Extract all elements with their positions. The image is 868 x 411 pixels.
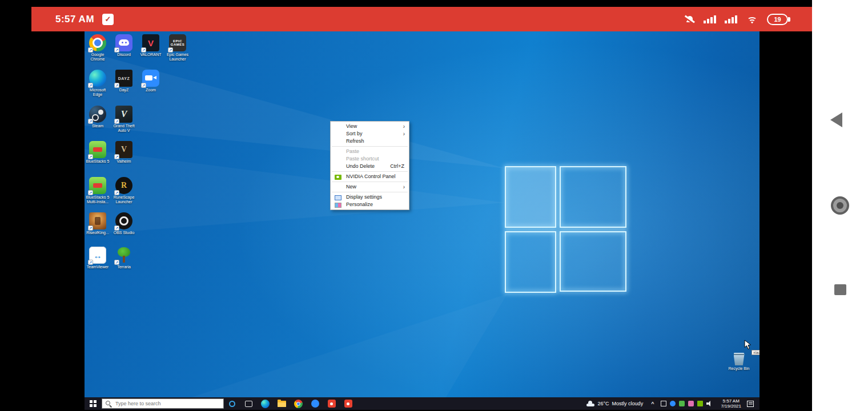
- shortcut-arrow-icon: [114, 225, 119, 231]
- android-status-bar: 5:57 AM 19: [31, 7, 812, 31]
- discord-icon: [115, 34, 132, 51]
- tray-antivirus-icon[interactable]: [679, 401, 685, 406]
- taskbar-red-app-button-2[interactable]: [340, 397, 356, 410]
- menu-item-display-settings[interactable]: Display settings: [331, 194, 409, 201]
- menu-item-label: View: [346, 123, 357, 129]
- desktop-icon-steam[interactable]: Steam: [85, 106, 111, 128]
- notification-check-icon: [102, 14, 114, 25]
- desktop-icon-label: Grand Theft Auto V: [111, 124, 137, 133]
- tray-teamviewer-icon[interactable]: [670, 401, 676, 406]
- desktop-icon-recycle-bin[interactable]: Recycle Bin: [723, 352, 755, 370]
- zoom-icon: [142, 70, 159, 87]
- menu-item-label: New: [346, 184, 356, 190]
- dayz-icon: DAYZ: [115, 70, 132, 87]
- tray-overflow-chevron[interactable]: [648, 401, 657, 406]
- menu-item-nvidia-control-panel[interactable]: NVIDIA Control Panel: [331, 173, 409, 180]
- action-center-icon[interactable]: [747, 401, 754, 407]
- shortcut-arrow-icon: [88, 260, 93, 265]
- desktop-icon-teamviewer[interactable]: ↔ TeamViewer: [85, 247, 111, 269]
- shortcut-arrow-icon: [88, 154, 93, 159]
- desktop-icon-discord[interactable]: Discord: [111, 34, 137, 57]
- display-settings-icon: [335, 195, 341, 200]
- shortcut-arrow-icon: [114, 47, 119, 53]
- desktop-icon-label: Steam: [85, 124, 111, 128]
- taskbar-edge-button[interactable]: [257, 397, 274, 410]
- desktop-icon-label: Epic Games Launcher: [164, 53, 191, 62]
- menu-separator: [332, 182, 408, 182]
- search-input[interactable]: [115, 401, 212, 406]
- tray-paint-icon[interactable]: [688, 401, 694, 406]
- desktop-icon-label: DayZ: [111, 88, 137, 92]
- bluestacks-icon: [89, 141, 106, 158]
- volume-icon[interactable]: [706, 401, 713, 406]
- desktop-icon-bluestacks-5[interactable]: BlueStacks 5: [85, 141, 111, 164]
- weather-temp: 26°C: [598, 401, 609, 406]
- menu-item-label: Sort by: [346, 131, 363, 136]
- task-view-button[interactable]: [240, 397, 257, 410]
- desktop-icon-terraria[interactable]: Terraria: [111, 247, 137, 269]
- menu-item-new[interactable]: New: [331, 183, 409, 191]
- file-explorer-button[interactable]: [274, 397, 290, 410]
- desktop-icon-microsoft-edge[interactable]: Microsoft Edge: [85, 70, 111, 97]
- desktop-icon-gta-v[interactable]: V Grand Theft Auto V: [111, 106, 137, 133]
- menu-item-label: Undo Delete: [346, 163, 375, 169]
- desktop-icon-label: Zoom: [138, 88, 164, 92]
- terraria-icon: [115, 247, 132, 264]
- shortcut-arrow-icon: [88, 83, 93, 88]
- desktop-icon-label: OBS Studio: [111, 231, 137, 235]
- android-home-button[interactable]: [831, 196, 849, 215]
- mouse-cursor: [744, 340, 752, 350]
- menu-separator: [332, 171, 408, 172]
- desktop-icon-epic-games[interactable]: EPIC GAMES Epic Games Launcher: [164, 34, 191, 62]
- remote-desktop-screen[interactable]: Google Chrome Discord V VALORANT EPIC GA…: [85, 31, 760, 410]
- menu-item-label: Paste shortcut: [346, 156, 379, 162]
- shortcut-arrow-icon: [88, 119, 93, 124]
- android-recents-button[interactable]: [834, 284, 846, 295]
- desktop-icon-label: Valheim: [111, 159, 137, 164]
- menu-item-paste-shortcut: Paste shortcut: [331, 155, 409, 163]
- desktop-icon-runescape[interactable]: R RuneScape Launcher: [111, 177, 137, 204]
- android-back-button[interactable]: [830, 112, 842, 127]
- desktop-icon-label: Microsoft Edge: [85, 88, 111, 97]
- shortcut-arrow-icon: [88, 47, 93, 53]
- red-app-icon: [344, 400, 352, 408]
- obs-studio-icon: [115, 212, 132, 229]
- desktop-icon-rise-of-kingdoms[interactable]: RiseofKing...: [85, 212, 111, 235]
- notifications-muted-icon: [685, 15, 695, 24]
- taskbar-search-box[interactable]: [102, 398, 224, 409]
- tray-pc-icon[interactable]: [661, 401, 666, 406]
- shortcut-arrow-icon: [114, 260, 119, 265]
- weather-widget[interactable]: 26°C Mostly cloudy: [581, 401, 648, 406]
- start-button[interactable]: [85, 397, 102, 410]
- shortcut-arrow-icon: [114, 83, 119, 88]
- menu-item-sort-by[interactable]: Sort by: [331, 130, 409, 138]
- desktop-icon-valorant[interactable]: V VALORANT: [138, 34, 164, 57]
- menu-item-personalize[interactable]: Personalize: [331, 201, 409, 208]
- cortana-button[interactable]: [224, 397, 240, 410]
- desktop-icon-dayz[interactable]: DAYZ DayZ: [111, 70, 137, 92]
- menu-item-view[interactable]: View: [331, 123, 409, 130]
- taskbar-red-app-button-1[interactable]: [323, 397, 340, 410]
- menu-item-refresh[interactable]: Refresh: [331, 138, 409, 145]
- menu-separator: [332, 146, 408, 147]
- weather-condition: Mostly cloudy: [612, 401, 644, 406]
- cortana-icon: [229, 401, 235, 407]
- desktop-icon-bluestacks-multi[interactable]: BlueStacks 5 Multi-Insta...: [85, 177, 111, 204]
- tray-nvidia-icon[interactable]: [697, 401, 703, 406]
- desktop-icon-zoom[interactable]: Zoom: [138, 70, 164, 92]
- desktop-icon-obs-studio[interactable]: OBS Studio: [111, 212, 137, 235]
- clock-time: 5:57 AM: [721, 398, 741, 404]
- edge-icon: [261, 400, 270, 408]
- menu-item-undo-delete[interactable]: Undo DeleteCtrl+Z: [331, 163, 409, 170]
- taskbar-chrome-button[interactable]: [290, 397, 307, 410]
- blue-app-icon: [311, 400, 319, 408]
- recycle-bin-label: Recycle Bin: [723, 366, 755, 370]
- menu-separator: [332, 192, 408, 192]
- desktop-icon-google-chrome[interactable]: Google Chrome: [85, 34, 111, 62]
- chrome-icon: [294, 400, 303, 408]
- taskbar-blue-app-button[interactable]: [307, 397, 323, 410]
- cursor-tag: xiao: [752, 350, 760, 355]
- taskbar-clock[interactable]: 5:57 AM 7/19/2021: [716, 398, 746, 409]
- desktop-icon-valheim[interactable]: V Valheim: [111, 141, 137, 164]
- windows-logo: [85, 31, 760, 410]
